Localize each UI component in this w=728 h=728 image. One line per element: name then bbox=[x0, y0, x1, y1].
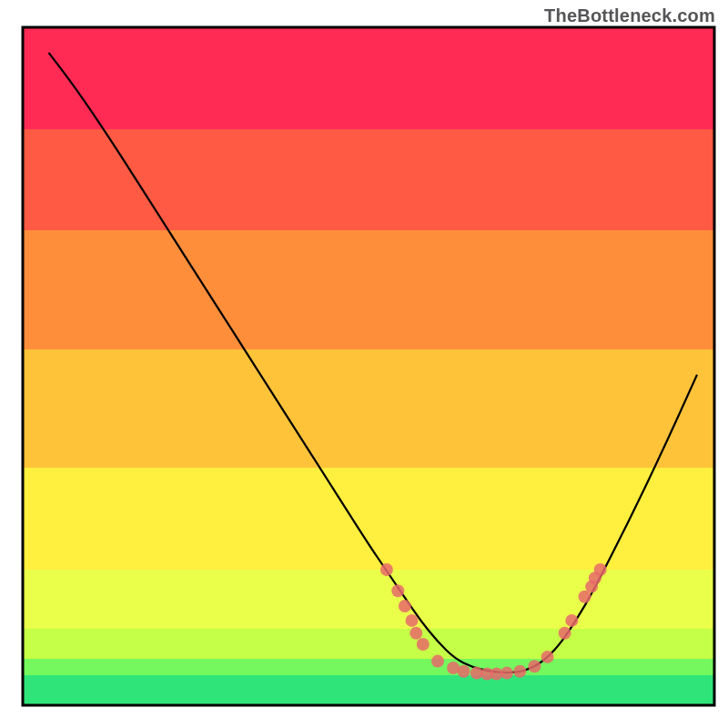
plot-area bbox=[23, 27, 714, 705]
data-point bbox=[513, 665, 526, 678]
data-point bbox=[417, 638, 430, 651]
data-point bbox=[594, 563, 607, 576]
data-point bbox=[431, 655, 444, 668]
data-point bbox=[541, 651, 554, 663]
data-point bbox=[391, 584, 404, 597]
chart-stage: TheBottleneck.com bbox=[0, 0, 728, 728]
data-point bbox=[458, 665, 470, 678]
data-point bbox=[410, 627, 422, 640]
data-point bbox=[559, 627, 571, 640]
data-point bbox=[399, 600, 411, 612]
watermark-text: TheBottleneck.com bbox=[544, 5, 715, 26]
data-point bbox=[406, 614, 419, 627]
gradient-background bbox=[23, 27, 714, 705]
data-point bbox=[380, 563, 393, 576]
data-point bbox=[565, 614, 578, 627]
data-point bbox=[528, 660, 541, 672]
bottleneck-chart bbox=[0, 0, 728, 728]
data-point bbox=[500, 667, 513, 680]
